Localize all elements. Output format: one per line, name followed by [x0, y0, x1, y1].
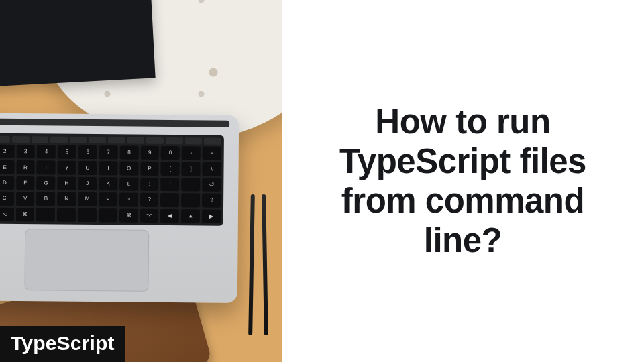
key: =	[203, 146, 221, 160]
key: D	[0, 176, 14, 190]
black-notebook	[0, 0, 156, 86]
key: ⌘	[15, 208, 34, 222]
key: T	[37, 161, 56, 175]
laptop-keyboard: `1234567890-= QWERTYUIOP[]\ ASDFGHJKL;'⏎…	[0, 133, 224, 226]
category-tag: TypeScript	[0, 326, 125, 362]
key: ]	[182, 162, 201, 176]
laptop-trackpad	[24, 229, 149, 292]
key: J	[78, 177, 97, 191]
key: -	[182, 146, 201, 160]
keyboard-fn-row	[0, 135, 221, 144]
keyboard-row-4: ZXCVBNM<>?⇧	[0, 191, 221, 207]
keyboard-row-5: fn⌃⌥⌘⌘⌥◀▲▶	[0, 207, 221, 223]
key: 4	[37, 145, 56, 159]
keyboard-row-1: `1234567890-=	[0, 144, 221, 160]
key: 7	[99, 145, 118, 160]
key: ;	[140, 177, 159, 191]
key: U	[78, 161, 97, 175]
key: ⌥	[140, 208, 158, 223]
key: ▶	[202, 209, 221, 223]
key: 6	[78, 145, 97, 160]
laptop: `1234567890-= QWERTYUIOP[]\ ASDFGHJKL;'⏎…	[0, 113, 239, 303]
key	[182, 178, 201, 192]
key: N	[57, 192, 76, 206]
key: >	[119, 193, 138, 207]
key: <	[99, 192, 117, 206]
key: R	[16, 160, 35, 174]
key	[181, 193, 200, 207]
article-title: How to run TypeScript files from command…	[309, 102, 617, 261]
key: \	[203, 162, 221, 176]
key: 8	[119, 145, 138, 160]
key: 2	[0, 145, 14, 159]
key	[78, 208, 97, 222]
key: ⌘	[119, 208, 138, 223]
key: P	[140, 162, 159, 176]
key: 5	[58, 145, 76, 160]
key: '	[161, 178, 180, 192]
keyboard-row-3: ASDFGHJKL;'⏎	[0, 176, 221, 192]
key: V	[16, 192, 35, 206]
key: C	[0, 192, 14, 206]
key: M	[78, 192, 97, 206]
key: L	[119, 177, 138, 191]
hero-image: `1234567890-= QWERTYUIOP[]\ ASDFGHJKL;'⏎…	[0, 0, 282, 362]
key: ◀	[160, 209, 179, 223]
key: 3	[16, 145, 35, 159]
key: F	[16, 176, 35, 190]
key	[36, 208, 55, 222]
key	[99, 208, 117, 223]
keyboard-row-2: QWERTYUIOP[]\	[0, 160, 221, 176]
key: ?	[140, 193, 159, 207]
key: ⏎	[202, 178, 221, 192]
key: ⇧	[202, 194, 221, 208]
content-panel: How to run TypeScript files from command…	[282, 0, 644, 362]
key: ⌥	[0, 207, 14, 221]
key	[160, 193, 179, 207]
key: K	[99, 177, 117, 191]
key: G	[37, 176, 56, 190]
key: E	[0, 160, 14, 174]
key: ▲	[181, 209, 200, 223]
key: B	[36, 192, 55, 206]
key: I	[99, 162, 117, 176]
key: Y	[58, 161, 76, 175]
key: H	[57, 176, 76, 190]
key: 0	[161, 146, 180, 160]
key: O	[119, 162, 138, 176]
key: 9	[140, 146, 159, 160]
key	[57, 208, 76, 222]
key: [	[161, 162, 180, 176]
